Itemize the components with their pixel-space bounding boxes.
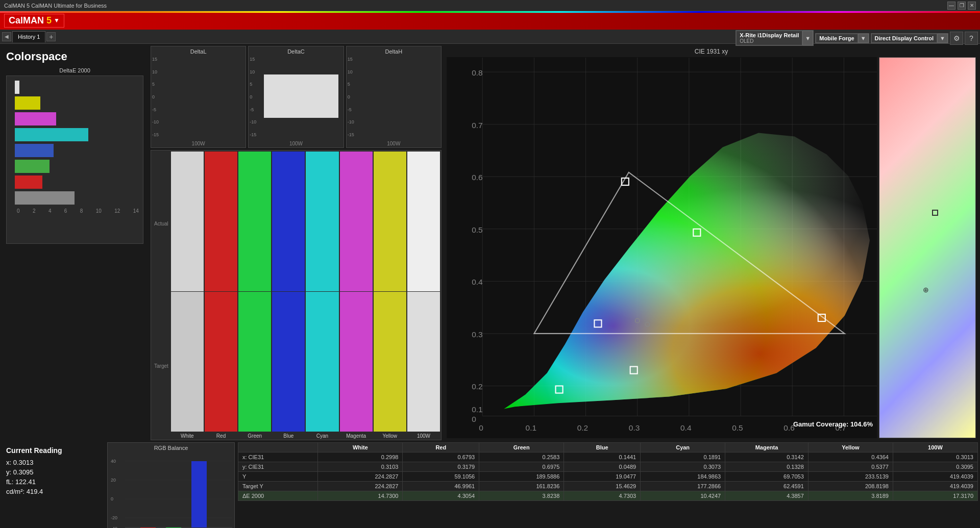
y-axis-label: 5 <box>152 82 159 87</box>
table-row: y: CIE310.31030.31790.69750.04890.30730.… <box>238 462 978 471</box>
display-dropdown-arrow[interactable]: ▼ <box>937 34 948 43</box>
svg-text:0.2: 0.2 <box>472 383 482 391</box>
reading-x-label: x: <box>6 459 11 466</box>
svg-text:0.5: 0.5 <box>472 225 482 234</box>
reading-y: y: 0.3095 <box>6 468 100 476</box>
table-row-label: Y <box>238 471 318 481</box>
minimize-button[interactable]: — <box>947 2 955 10</box>
table-header-row: WhiteRedGreenBlueCyanMagentaYellow100W <box>238 442 978 452</box>
lower-section: Current Reading x: 0.3013 y: 0.3095 fL: … <box>2 442 978 528</box>
swatch-target <box>340 292 373 432</box>
axis-tick: 14 <box>133 208 139 214</box>
table-row: Y224.282759.1056189.588619.0477184.98636… <box>238 471 978 481</box>
bar-container <box>15 78 141 207</box>
app-title: CalMAN 5 CalMAN Ultimate for Business <box>4 3 107 9</box>
svg-text:0: 0 <box>111 496 113 501</box>
table-cell: 0.1441 <box>564 452 641 462</box>
close-button[interactable]: ✕ <box>968 2 976 10</box>
delta-charts-section: DeltaL 151050-5-10-15 100W DeltaC 151050… <box>151 46 442 440</box>
svg-text:0.5: 0.5 <box>732 423 743 432</box>
swatch-label: 100W <box>407 433 440 439</box>
help-button[interactable]: ? <box>965 32 978 45</box>
table-header: White <box>318 442 403 452</box>
y-axis-label: 15 <box>152 57 159 62</box>
y-axis-label: 5 <box>348 82 354 87</box>
axis-tick: 10 <box>96 208 102 214</box>
table-cell: 419.4039 <box>893 481 977 491</box>
table-row-label: y: CIE31 <box>238 462 318 471</box>
pattern-dropdown-arrow[interactable]: ▼ <box>858 34 869 43</box>
svg-text:0.4: 0.4 <box>472 278 483 286</box>
svg-text:-40: -40 <box>111 526 117 528</box>
bar-fill <box>15 112 56 125</box>
calman-logo[interactable]: CalMAN 5 ▼ <box>4 14 64 28</box>
deltaL-y-axis: 151050-5-10-15 <box>152 57 159 137</box>
table-cell: 0.4364 <box>808 452 893 462</box>
table-cell: 0.6975 <box>479 462 564 471</box>
swatch-actual <box>340 152 373 291</box>
table-header: Yellow <box>808 442 893 452</box>
zoom-marker <box>932 210 938 216</box>
bar-fill <box>15 175 42 189</box>
settings-button[interactable]: ⚙ <box>950 32 963 45</box>
swatch-actual <box>272 152 305 291</box>
table-row: x: CIE310.29980.67930.25830.14410.18910.… <box>238 452 978 462</box>
tab-history-1[interactable]: History 1 <box>12 31 45 42</box>
swatch-actual <box>171 152 204 291</box>
source-dropdown-arrow[interactable]: ▼ <box>802 31 813 45</box>
swatches-container: WhiteRedGreenBlueCyanMagentaYellow100W <box>171 152 440 439</box>
main-table: WhiteRedGreenBlueCyanMagentaYellow100W x… <box>238 442 978 501</box>
svg-text:0.1: 0.1 <box>472 405 482 414</box>
bar-fill <box>15 81 19 94</box>
tab-back-button[interactable]: ◀ <box>2 32 11 41</box>
deltaC-x-label: 100W <box>249 141 343 146</box>
source-dropdown[interactable]: X-Rite i1Display Retail OLED <box>736 31 802 45</box>
display-dropdown[interactable]: Direct Display Control <box>871 34 938 43</box>
svg-text:0.3: 0.3 <box>629 423 640 432</box>
y-axis-label: -15 <box>152 132 159 137</box>
swatch-group: Cyan <box>306 152 338 439</box>
menubar: CalMAN 5 ▼ <box>0 11 980 30</box>
y-axis-label: -10 <box>152 119 159 124</box>
rgb-balance-svg: 40 20 0 -20 -40 <box>110 451 232 528</box>
y-axis-label: 10 <box>152 69 159 74</box>
table-cell: 0.2583 <box>479 452 564 462</box>
svg-text:0.4: 0.4 <box>680 423 692 432</box>
table-cell: 3.8238 <box>479 491 564 500</box>
svg-text:0.6: 0.6 <box>472 173 482 182</box>
titlebar: CalMAN 5 CalMAN Ultimate for Business — … <box>0 0 980 11</box>
gamut-coverage-text: Gamut Coverage: 104.6% <box>793 420 873 428</box>
svg-text:0.2: 0.2 <box>577 423 588 432</box>
logo-dropdown-icon[interactable]: ▼ <box>54 17 60 24</box>
table-cell: 62.4591 <box>725 481 808 491</box>
reading-fL-label: fL: <box>6 478 13 486</box>
table-cell: 0.3103 <box>318 462 403 471</box>
bar-row <box>15 80 141 94</box>
source-title: X-Rite i1Display Retail <box>740 32 799 38</box>
table-cell: 10.4247 <box>641 491 725 500</box>
swatch-group: Green <box>238 152 271 439</box>
table-cell: 208.8198 <box>808 481 893 491</box>
y-axis-label: -15 <box>250 132 256 137</box>
svg-text:0: 0 <box>472 415 476 423</box>
svg-text:20: 20 <box>111 477 116 483</box>
cie-chart-area: 0.8 0.7 0.6 0.5 0.4 0.3 0.2 0.1 0 0 0.1 … <box>445 57 978 440</box>
y-axis-label: -10 <box>250 119 256 124</box>
pattern-dropdown[interactable]: Mobile Forge <box>816 34 857 43</box>
table-cell: 224.2827 <box>318 471 403 481</box>
table-row: ΔE 200014.73004.30543.82384.730310.42474… <box>238 491 978 500</box>
swatch-target <box>272 292 305 432</box>
restore-button[interactable]: ❐ <box>958 2 966 10</box>
swatch-label: Blue <box>272 433 305 439</box>
table-cell: 0.0489 <box>564 462 641 471</box>
reading-cdm2-label: cd/m²: <box>6 488 24 495</box>
y-axis-label: 0 <box>250 94 256 99</box>
bar-fill <box>15 160 50 173</box>
table-row: Target Y224.282746.9961161.823615.462917… <box>238 481 978 491</box>
axis-tick: 0 <box>17 208 20 214</box>
chart-axis: 02468101214 <box>15 208 141 214</box>
axis-tick: 8 <box>80 208 83 214</box>
deltaL-chart: DeltaL 151050-5-10-15 100W <box>151 46 246 148</box>
tab-add-button[interactable]: + <box>46 32 56 41</box>
bar-fill <box>15 128 88 141</box>
